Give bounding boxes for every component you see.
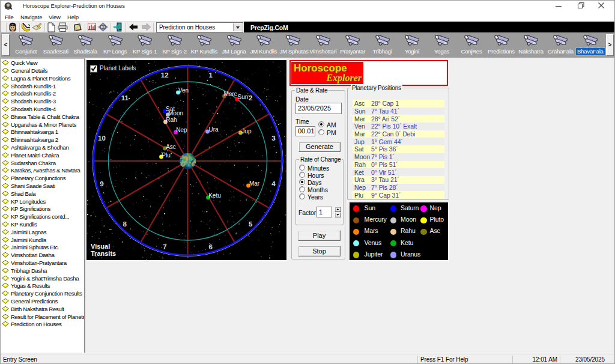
svg-text:7: 7 [163, 243, 166, 250]
svg-text:Mar: Mar [249, 180, 260, 187]
svg-text:Transits: Transits [91, 250, 116, 257]
svg-text:Ven: Ven [178, 87, 189, 94]
svg-text:1: 1 [209, 71, 213, 79]
svg-text:Plu: Plu [162, 152, 170, 159]
svg-text:8: 8 [123, 220, 127, 228]
svg-text:Planet Labels: Planet Labels [100, 65, 136, 71]
svg-text:Asc: Asc [166, 144, 176, 150]
svg-text:6: 6 [209, 243, 213, 250]
svg-text:Merc: Merc [223, 91, 237, 97]
svg-text:4: 4 [271, 180, 276, 187]
svg-text:Moon: Moon [168, 110, 183, 117]
svg-text:12: 12 [161, 71, 169, 79]
svg-text:Ketu: Ketu [208, 192, 221, 199]
svg-text:9: 9 [100, 180, 103, 187]
svg-text:Sun: Sun [238, 94, 249, 100]
svg-text:11: 11 [121, 94, 129, 102]
svg-text:Ura: Ura [208, 126, 219, 133]
svg-text:5: 5 [249, 220, 253, 228]
svg-text:Nep: Nep [176, 127, 187, 133]
svg-text:Visual: Visual [91, 243, 110, 250]
svg-text:Rah: Rah [166, 117, 177, 123]
svg-text:2: 2 [249, 94, 252, 102]
svg-text:Jup: Jup [241, 128, 252, 135]
svg-text:3: 3 [271, 135, 275, 142]
svg-text:10: 10 [98, 135, 106, 142]
